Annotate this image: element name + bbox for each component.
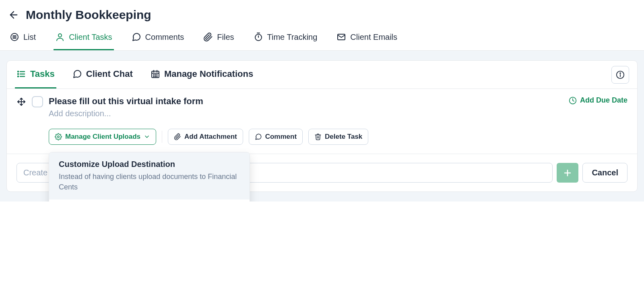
cancel-button[interactable]: Cancel <box>582 163 627 183</box>
tab-label: Client Emails <box>350 33 397 42</box>
gear-icon <box>55 133 62 140</box>
dropdown-item-customize-destination[interactable]: Customize Upload Destination Instead of … <box>49 152 250 199</box>
tab-client-emails[interactable]: Client Emails <box>335 26 399 50</box>
paperclip-icon <box>203 32 213 42</box>
svg-point-15 <box>18 76 19 77</box>
subtab-tasks[interactable]: Tasks <box>15 61 56 88</box>
svg-point-20 <box>153 74 154 75</box>
subtab-label: Manage Notifications <box>164 69 253 79</box>
subtab-manage-notifications[interactable]: Manage Notifications <box>149 61 255 88</box>
subtab-label: Tasks <box>30 69 55 79</box>
task-row: Please fill out this virtual intake form… <box>17 96 627 145</box>
list-bullets-icon <box>17 69 26 79</box>
tasks-panel: Tasks Client Chat Manage Notifications <box>6 60 638 192</box>
manage-client-uploads-button[interactable]: Manage Client Uploads <box>49 129 156 145</box>
separator <box>162 131 162 143</box>
add-attachment-button[interactable]: Add Attachment <box>168 129 243 145</box>
svg-point-22 <box>157 74 157 75</box>
tab-client-tasks[interactable]: Client Tasks <box>54 26 114 50</box>
mail-icon <box>336 32 346 42</box>
svg-point-13 <box>18 71 19 72</box>
tab-time-tracking[interactable]: Time Tracking <box>252 26 319 50</box>
top-tabs: List Client Tasks Comments Files Time Tr… <box>0 26 644 51</box>
comment-icon <box>255 133 262 140</box>
calendar-icon <box>151 69 160 79</box>
task-description-placeholder[interactable]: Add description... <box>49 109 563 118</box>
paperclip-icon <box>174 133 181 140</box>
tab-files[interactable]: Files <box>202 26 235 50</box>
info-button[interactable] <box>611 66 629 84</box>
manage-uploads-dropdown: Customize Upload Destination Instead of … <box>49 152 250 202</box>
stopwatch-icon <box>254 32 263 42</box>
tab-label: Comments <box>145 33 184 42</box>
svg-point-24 <box>155 76 156 77</box>
clock-icon <box>569 97 577 105</box>
add-task-button[interactable] <box>557 163 578 183</box>
due-date-label: Add Due Date <box>580 96 627 105</box>
button-label: Cancel <box>592 168 618 177</box>
dropdown-item-disable-uploads[interactable]: Disable Client Uploads Prevent clients f… <box>49 199 250 202</box>
tab-label: List <box>23 33 36 42</box>
trash-icon <box>314 133 322 140</box>
task-main: Please fill out this virtual intake form… <box>49 96 563 145</box>
svg-point-14 <box>18 74 19 74</box>
page-header: Monthly Bookkeeping <box>0 0 644 26</box>
chevron-down-icon <box>144 134 150 140</box>
list-icon <box>10 32 19 42</box>
svg-point-31 <box>58 136 60 138</box>
task-checkbox[interactable] <box>32 96 43 107</box>
task-area: Please fill out this virtual intake form… <box>7 89 637 145</box>
tab-label: Client Tasks <box>69 33 112 42</box>
delete-task-button[interactable]: Delete Task <box>308 129 368 145</box>
button-label: Comment <box>265 133 297 141</box>
dropdown-item-title: Customize Upload Destination <box>59 160 240 169</box>
tab-label: Time Tracking <box>267 33 318 42</box>
back-arrow-icon[interactable] <box>8 9 19 21</box>
tab-comments[interactable]: Comments <box>130 26 186 50</box>
subtab-client-chat[interactable]: Client Chat <box>71 61 134 88</box>
task-button-row: Manage Client Uploads Add Attachment <box>49 129 563 145</box>
chat-icon <box>72 69 82 79</box>
page-body: Tasks Client Chat Manage Notifications <box>0 51 644 202</box>
tab-label: Files <box>217 33 234 42</box>
button-label: Add Attachment <box>184 133 237 141</box>
add-due-date-button[interactable]: Add Due Date <box>569 96 627 105</box>
button-label: Manage Client Uploads <box>65 133 140 141</box>
plus-icon <box>563 168 572 178</box>
drag-handle-icon[interactable] <box>17 97 26 107</box>
subtab-label: Client Chat <box>86 69 133 79</box>
svg-point-25 <box>157 76 157 77</box>
user-icon <box>55 32 65 42</box>
svg-point-23 <box>153 76 154 77</box>
comment-button[interactable]: Comment <box>249 129 303 145</box>
sub-tabs: Tasks Client Chat Manage Notifications <box>15 61 255 88</box>
button-label: Delete Task <box>325 133 362 141</box>
svg-point-21 <box>155 74 156 75</box>
dropdown-item-subtitle: Instead of having clients upload documen… <box>59 171 240 192</box>
svg-point-28 <box>620 72 621 73</box>
tab-list[interactable]: List <box>8 26 37 50</box>
page-title: Monthly Bookkeeping <box>26 8 151 22</box>
panel-header: Tasks Client Chat Manage Notifications <box>7 61 637 89</box>
task-title: Please fill out this virtual intake form <box>49 96 563 107</box>
comment-icon <box>132 32 141 42</box>
svg-point-5 <box>58 34 62 37</box>
